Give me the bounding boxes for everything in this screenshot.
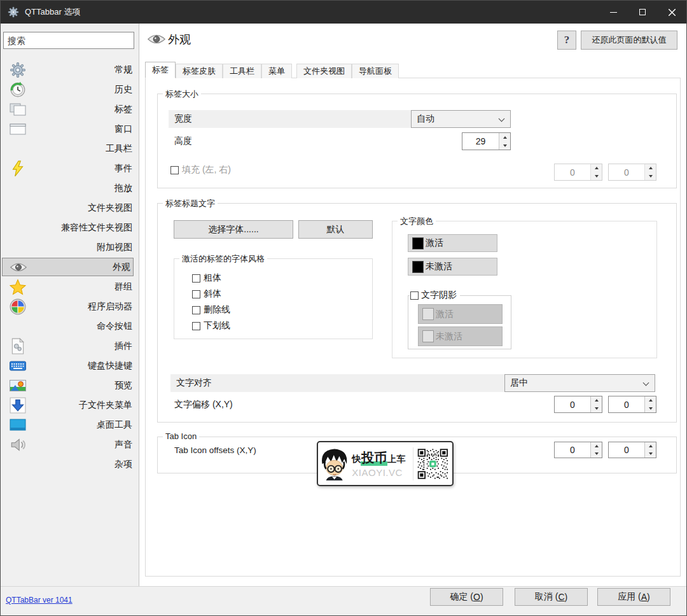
italic-checkbox-row[interactable]: 斜体 (192, 288, 221, 300)
spin-up-icon (595, 399, 599, 402)
active-color-button[interactable]: 激活 (408, 234, 497, 252)
sidebar-item-command-button[interactable]: 命令按钮 (1, 316, 138, 336)
sidebar-item-history[interactable]: 历史 (1, 80, 138, 99)
watermark-divider (413, 447, 413, 480)
sidebar-item-folder-view[interactable]: 文件夹视图 (1, 198, 138, 218)
spin-down-button[interactable] (591, 405, 602, 413)
spin-down-button[interactable] (591, 450, 602, 458)
sidebar-nav: 常规 历史 标签 窗口 工具栏 事件 拖放 文件夹视图 兼容性文件夹视图 附 (1, 60, 138, 474)
spin-down-icon (503, 144, 507, 147)
width-dropdown[interactable]: 自动 (411, 110, 511, 128)
star-icon (10, 278, 31, 295)
spin-down-button (645, 172, 656, 181)
shadow-active-color-button: 激活 (418, 304, 503, 324)
sidebar-item-plugins[interactable]: 插件 (1, 336, 138, 356)
apply-button[interactable]: 应用 (A) (597, 588, 670, 606)
gear-icon (10, 61, 31, 78)
spin-up-button[interactable] (645, 442, 656, 450)
width-label: 宽度 (174, 113, 192, 125)
minimize-button[interactable] (599, 1, 628, 24)
spin-up-button[interactable] (591, 442, 602, 450)
watermark-text: 快 投币 上车 XIAOYI.VC (352, 449, 412, 478)
tab-size-group-title: 标签大小 (163, 88, 201, 100)
tab-icon-x-value: 0 (555, 442, 590, 458)
close-icon (669, 9, 676, 16)
tab-tags[interactable]: 标签 (145, 62, 176, 78)
tabs-icon (10, 101, 31, 118)
ok-button[interactable]: 确定 (O) (430, 588, 503, 606)
spin-up-button[interactable] (591, 396, 602, 405)
underline-checkbox-row[interactable]: 下划线 (192, 320, 230, 332)
sidebar-item-shortcut-keys[interactable]: 键盘快捷键 (1, 356, 138, 375)
text-offset-y-spinner[interactable]: 0 (608, 396, 656, 413)
spin-up-icon (503, 136, 507, 139)
sidebar-item-tabs[interactable]: 标签 (1, 99, 138, 119)
sidebar-item-desktop-tool[interactable]: 桌面工具 (1, 415, 138, 435)
underline-checkbox (192, 322, 200, 330)
sidebar-item-sound[interactable]: 声音 (1, 435, 138, 454)
desktop-icon (10, 416, 31, 433)
spinner-buttons (590, 442, 602, 458)
italic-label: 斜体 (204, 288, 221, 300)
spin-down-button[interactable] (645, 405, 656, 413)
inactive-color-swatch (412, 261, 424, 273)
sidebar-item-label: 标签 (31, 104, 132, 115)
spin-up-button[interactable] (499, 133, 510, 141)
default-font-button[interactable]: 默认 (298, 220, 373, 239)
shadow-active-label: 激活 (436, 309, 454, 320)
help-button[interactable]: ? (557, 31, 576, 50)
text-align-dropdown[interactable]: 居中 (504, 374, 655, 392)
tab-toolbar[interactable]: 工具栏 (223, 64, 261, 78)
sidebar-item-general[interactable]: 常规 (1, 60, 138, 80)
sidebar-item-groups[interactable]: 群组 (1, 277, 138, 297)
footer-bar: QTTabBar ver 1041 确定 (O) 取消 (C) 应用 (A) (1, 586, 686, 615)
spin-up-icon (595, 167, 599, 169)
tab-nav-panel[interactable]: 导航面板 (352, 64, 399, 78)
sidebar-item-events[interactable]: 事件 (1, 158, 138, 178)
shadow-inactive-swatch (422, 330, 434, 342)
plugin-icon (10, 337, 31, 354)
sidebar-item-label: 附加视图 (31, 242, 132, 253)
sidebar-item-subfolder-menu[interactable]: 子文件夹菜单 (1, 395, 138, 415)
sidebar-item-label: 杂项 (31, 459, 132, 470)
sidebar-item-appearance[interactable]: 外观 (2, 258, 134, 276)
sidebar-item-misc[interactable]: 杂项 (1, 454, 138, 474)
sidebar-item-dragdrop[interactable]: 拖放 (1, 178, 138, 198)
sidebar-item-compat-view[interactable]: 兼容性文件夹视图 (1, 218, 138, 237)
sidebar-item-toolbar[interactable]: 工具栏 (1, 139, 138, 158)
sidebar-item-label: 文件夹视图 (31, 202, 132, 214)
reset-defaults-button[interactable]: 还原此页面的默认值 (581, 31, 677, 50)
tab-icon-x-spinner[interactable]: 0 (554, 442, 602, 458)
spin-down-icon (595, 407, 599, 410)
spin-down-button[interactable] (499, 141, 510, 150)
sidebar-item-launcher[interactable]: 程序启动器 (1, 297, 138, 316)
strikethrough-checkbox-row[interactable]: 删除线 (192, 304, 230, 316)
titlebar: QTTabbar 选项 (1, 1, 686, 24)
bold-checkbox-row[interactable]: 粗体 (192, 272, 221, 284)
choose-font-button[interactable]: 选择字体...... (174, 220, 293, 239)
no-icon (10, 456, 31, 473)
version-link[interactable]: QTTabBar ver 1041 (6, 596, 73, 605)
text-offset-x-spinner[interactable]: 0 (554, 396, 602, 413)
padding-checkbox-row[interactable]: 填充 (左, 右) (170, 164, 231, 176)
text-shadow-checkbox-row[interactable]: 文字阴影 (410, 290, 460, 301)
tab-icon-y-spinner[interactable]: 0 (608, 442, 656, 458)
minimize-icon (610, 12, 617, 13)
height-spinner[interactable]: 29 (462, 132, 511, 150)
sidebar-item-preview[interactable]: 预览 (1, 375, 138, 395)
tab-folder-view[interactable]: 文件夹视图 (296, 64, 352, 78)
cancel-button[interactable]: 取消 (C) (515, 588, 588, 606)
tab-tab-skin[interactable]: 标签皮肤 (176, 64, 223, 78)
spin-down-button[interactable] (645, 450, 656, 458)
inactive-color-button[interactable]: 未激活 (408, 258, 497, 276)
tab-menu[interactable]: 菜单 (261, 64, 292, 78)
lightning-icon (10, 160, 31, 177)
padding-checkbox (170, 166, 179, 174)
sidebar-item-extra-view[interactable]: 附加视图 (1, 237, 138, 257)
spin-up-button[interactable] (645, 396, 656, 405)
maximize-button[interactable] (628, 1, 657, 24)
sidebar-item-window[interactable]: 窗口 (1, 119, 138, 139)
close-button[interactable] (657, 1, 686, 24)
search-input[interactable] (3, 32, 134, 49)
watermark-site: XIAOYI.VC (352, 467, 412, 478)
